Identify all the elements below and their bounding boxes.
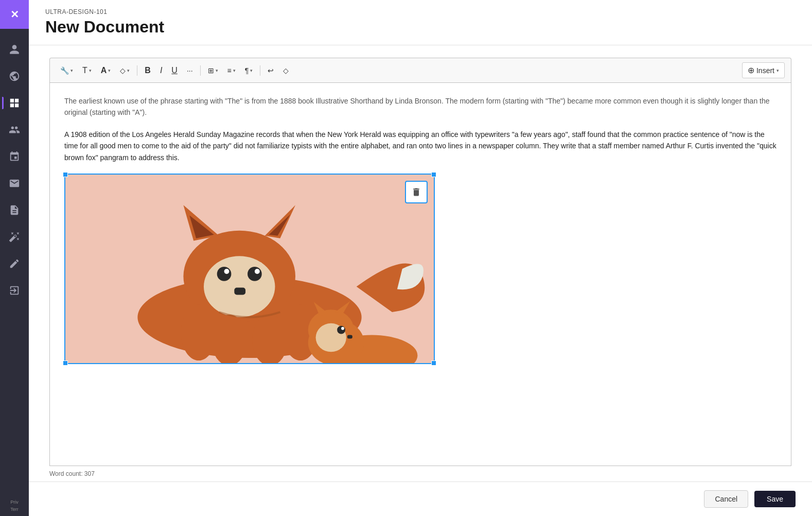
clear-format-btn[interactable]: ◇	[279, 64, 293, 77]
svg-rect-11	[234, 288, 245, 295]
style-btn[interactable]: ◇▾	[116, 64, 134, 77]
sidebar-bottom: Priv Terr	[10, 500, 19, 516]
save-button[interactable]: Save	[754, 491, 796, 507]
course-id: ULTRA-DESIGN-101	[45, 8, 796, 15]
sidebar-item-profile[interactable]	[2, 37, 27, 62]
insert-btn-label: Insert	[756, 66, 774, 75]
sidebar-item-grid[interactable]	[2, 91, 27, 115]
page-title: New Document	[45, 18, 796, 37]
sidebar-nav	[2, 29, 27, 500]
svg-rect-24	[347, 335, 352, 339]
sidebar-item-exit[interactable]	[2, 278, 27, 303]
fox-illustration	[65, 175, 434, 363]
editor-toolbar: 🔧▾ T▾ A▾ ◇▾ B I U ··· ⊞▾ ≡▾ ¶	[49, 58, 791, 82]
cancel-button[interactable]: Cancel	[704, 490, 748, 508]
word-count-bar: Word count: 307	[29, 466, 812, 481]
paragraph-btn[interactable]: ¶▾	[241, 64, 257, 77]
svg-point-22	[337, 326, 345, 334]
sidebar-item-mail[interactable]	[2, 171, 27, 196]
svg-marker-5	[265, 205, 295, 238]
sidebar-item-documents[interactable]	[2, 198, 27, 222]
doc-paragraph-1: The earliest known use of the phrase sta…	[64, 95, 776, 118]
sidebar: ✕	[0, 0, 29, 516]
svg-point-8	[248, 267, 262, 281]
svg-point-23	[341, 327, 344, 330]
separator-3	[260, 65, 260, 76]
page-footer: Cancel Save	[29, 481, 812, 516]
trash-icon	[411, 187, 421, 197]
sidebar-item-calendar[interactable]	[2, 144, 27, 169]
align-btn[interactable]: ≡▾	[223, 64, 240, 77]
undo-btn[interactable]: ↩	[263, 64, 278, 77]
svg-point-7	[217, 267, 232, 281]
close-icon: ✕	[10, 8, 19, 21]
page-header: ULTRA-DESIGN-101 New Document	[29, 0, 812, 45]
svg-point-10	[255, 269, 260, 274]
main-content: ULTRA-DESIGN-101 New Document 🔧▾ T▾ A▾ ◇…	[29, 0, 812, 516]
terms-link[interactable]: Terr	[10, 507, 19, 512]
svg-point-12	[181, 304, 216, 360]
resize-handle-tr[interactable]	[431, 172, 436, 177]
more-btn[interactable]: ···	[183, 64, 197, 77]
svg-point-2	[204, 256, 275, 317]
sidebar-item-group[interactable]	[2, 117, 27, 142]
underline-btn[interactable]: U	[167, 63, 182, 78]
separator-1	[137, 65, 137, 76]
document-editor[interactable]: The earliest known use of the phrase sta…	[49, 82, 791, 466]
text-format-btn[interactable]: T▾	[78, 63, 96, 78]
close-button[interactable]: ✕	[0, 0, 29, 29]
sidebar-item-globe[interactable]	[2, 64, 27, 89]
table-btn[interactable]: ⊞▾	[204, 64, 222, 77]
image-canvas	[65, 175, 434, 363]
resize-handle-tl[interactable]	[63, 172, 68, 177]
doc-paragraph-2: A 1908 edition of the Los Angeles Herald…	[64, 129, 776, 163]
resize-handle-br[interactable]	[431, 360, 436, 366]
resize-handle-bl[interactable]	[63, 360, 68, 366]
sidebar-item-tools[interactable]	[2, 225, 27, 249]
word-count-text: Word count: 307	[49, 470, 95, 477]
font-size-btn[interactable]: A▾	[97, 63, 115, 78]
delete-image-btn[interactable]	[405, 181, 428, 203]
privacy-link[interactable]: Priv	[10, 500, 19, 505]
sidebar-item-edit[interactable]	[2, 251, 27, 276]
format-tool-btn[interactable]: 🔧▾	[56, 64, 77, 77]
bold-btn[interactable]: B	[140, 63, 155, 78]
editor-container: 🔧▾ T▾ A▾ ◇▾ B I U ··· ⊞▾ ≡▾ ¶	[29, 45, 812, 466]
svg-point-9	[224, 269, 230, 274]
insert-btn[interactable]: ⊕ Insert ▾	[742, 62, 785, 78]
image-block[interactable]	[64, 174, 435, 364]
separator-2	[200, 65, 201, 76]
italic-btn[interactable]: I	[156, 63, 166, 78]
